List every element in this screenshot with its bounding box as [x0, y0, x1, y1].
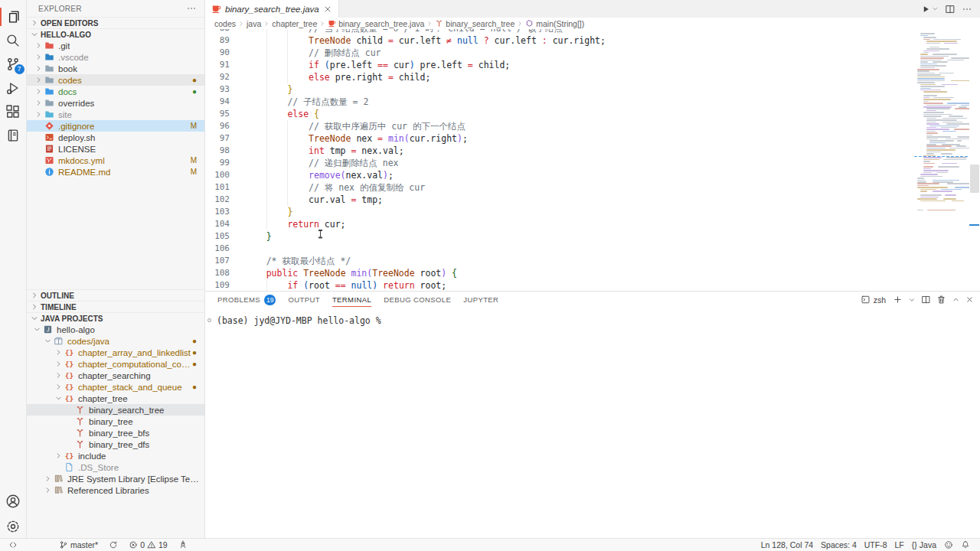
code-line-96[interactable]: 96// 获取中序遍历中 cur 的下一个结点: [205, 120, 914, 132]
activity-item-extensions[interactable]: [0, 99, 27, 123]
panel-tab-terminal[interactable]: TERMINAL: [332, 292, 371, 308]
file-tree-item-codes[interactable]: codes●: [27, 74, 204, 86]
section-root-hello-algo[interactable]: HELLO-ALGO: [27, 28, 204, 40]
scrollbar-slider[interactable]: [970, 165, 979, 193]
section-open-editors[interactable]: OPEN EDITORS: [27, 17, 204, 28]
code-area[interactable]: 88// 当子结点数量 = 0 / 1 时， child = null / 该子…: [205, 29, 914, 291]
terminal-dropdown-icon[interactable]: [908, 296, 916, 304]
split-terminal-icon[interactable]: [921, 295, 931, 305]
code-line-91[interactable]: 91if (pre.left == cur) pre.left = child;: [205, 59, 914, 71]
code-line-98[interactable]: 98int tmp = nex.val;: [205, 145, 914, 157]
java-tree-item-chapter_stack_and_queue[interactable]: {}chapter_stack_and_queue●: [27, 381, 204, 393]
java-tree-item-chapter_tree[interactable]: {}chapter_tree: [27, 393, 204, 404]
remote-indicator[interactable]: [5, 539, 21, 551]
code-line-108[interactable]: 108public TreeNode min(TreeNode root) {: [205, 267, 914, 279]
indentation-status[interactable]: Spaces: 4: [817, 539, 861, 551]
code-line-105[interactable]: 105}: [205, 230, 914, 243]
code-line-89[interactable]: 89TreeNode child = cur.left ≠ null ? cur…: [205, 34, 914, 47]
shell-selector[interactable]: zsh: [861, 295, 886, 305]
panel-tab-jupyter[interactable]: JUPYTER: [463, 292, 498, 308]
kill-terminal-icon[interactable]: [936, 295, 946, 305]
encoding-status[interactable]: UTF-8: [861, 539, 891, 551]
breadcrumb-item-mainString[interactable]: main(String[]): [525, 19, 584, 28]
code-line-103[interactable]: 103}: [205, 206, 914, 218]
code-line-94[interactable]: 94// 子结点数量 = 2: [205, 96, 914, 108]
code-line-92[interactable]: 92else pre.right = child;: [205, 71, 914, 83]
activity-item-notebook[interactable]: [0, 123, 27, 147]
breadcrumb-item-binary_search_tree.java[interactable]: binary_search_tree.java: [328, 19, 424, 28]
cursor-position[interactable]: Ln 128, Col 74: [757, 539, 817, 551]
editor-scrollbar[interactable]: [969, 29, 980, 291]
more-actions-icon[interactable]: [186, 3, 197, 14]
java-tree-item-.DS_Store[interactable]: .DS_Store: [27, 461, 204, 473]
java-tree-item-codesjava[interactable]: codes/java●: [27, 335, 204, 347]
file-tree-item-overrides[interactable]: overrides: [27, 97, 204, 109]
more-actions-icon[interactable]: [962, 4, 972, 15]
java-tree-item-ReferencedLibraries[interactable]: Referenced Libraries: [27, 484, 204, 496]
panel-tab-debug-console[interactable]: DEBUG CONSOLE: [384, 292, 451, 308]
breadcrumb-item-codes[interactable]: codes: [214, 19, 236, 28]
file-tree-item-deploy.sh[interactable]: deploy.sh: [27, 132, 204, 143]
java-tree-item-hello-algo[interactable]: hello-algo: [27, 324, 204, 335]
run-dropdown-icon[interactable]: [932, 5, 939, 12]
breadcrumb-item-chapter_tree[interactable]: chapter_tree: [272, 19, 317, 28]
activity-item-run-debug[interactable]: [0, 76, 27, 99]
code-line-90[interactable]: 90// 删除结点 cur: [205, 47, 914, 59]
feedback-status[interactable]: [940, 539, 957, 551]
branch-status[interactable]: master*: [55, 539, 102, 551]
activity-item-explorer[interactable]: [0, 5, 27, 28]
java-tree-item-chapter_array_and_linkedlist[interactable]: {}chapter_array_and_linkedlist●: [27, 347, 204, 358]
java-tree-item-binary_tree_bfs[interactable]: binary_tree_bfs: [27, 427, 204, 439]
notifications-status[interactable]: [957, 539, 974, 551]
breadcrumb-item-java[interactable]: java: [247, 19, 261, 28]
file-tree-item-.gitignore[interactable]: .gitignoreM: [27, 120, 204, 132]
file-tree-item-site[interactable]: site: [27, 109, 204, 120]
activity-item-search[interactable]: [0, 28, 27, 52]
file-tree-item-docs[interactable]: docs●: [27, 86, 204, 97]
section-timeline[interactable]: TIMELINE: [27, 301, 204, 312]
language-status[interactable]: {} Java: [908, 539, 940, 551]
java-tree-item-binary_tree_dfs[interactable]: binary_tree_dfs: [27, 439, 204, 450]
minimap[interactable]: [914, 29, 969, 291]
activity-item-settings[interactable]: [0, 514, 27, 538]
breadcrumb-item-binary_search_tree[interactable]: binary_search_tree: [435, 19, 514, 28]
section-java-projects[interactable]: JAVA PROJECTS: [27, 312, 204, 324]
code-line-99[interactable]: 99// 递归删除结点 nex: [205, 157, 914, 169]
code-line-104[interactable]: 104return cur;: [205, 218, 914, 230]
code-line-93[interactable]: 93}: [205, 83, 914, 96]
eol-status[interactable]: LF: [891, 539, 908, 551]
panel-tab-output[interactable]: OUTPUT: [288, 292, 319, 308]
file-tree-item-.vscode[interactable]: .vscode: [27, 51, 204, 63]
terminal[interactable]: (base) jyd@JYD-MBP hello-algo %: [205, 308, 980, 538]
java-tree-item-chapter_searching[interactable]: {}chapter_searching: [27, 370, 204, 381]
activity-item-account[interactable]: [0, 491, 27, 514]
code-line-109[interactable]: 109if (root == null) return root;: [205, 279, 914, 291]
java-tree-item-include[interactable]: {}include: [27, 450, 204, 461]
problems-status[interactable]: 0 19: [125, 539, 172, 551]
code-line-95[interactable]: 95else {: [205, 108, 914, 120]
file-tree-item-book[interactable]: book: [27, 63, 204, 74]
code-line-88[interactable]: 88// 当子结点数量 = 0 / 1 时， child = null / 该子…: [205, 29, 914, 34]
java-tree-item-JRESystemLibraryEclipseTemurin[interactable]: JRE System Library [Eclipse Temurin 17 […: [27, 473, 204, 484]
section-outline[interactable]: OUTLINE: [27, 289, 204, 301]
file-tree-item-LICENSE[interactable]: LICENSE: [27, 143, 204, 155]
sync-status[interactable]: [105, 539, 122, 551]
tab-binary-search-tree[interactable]: binary_search_tree.java: [205, 0, 339, 18]
code-line-102[interactable]: 102cur.val = tmp;: [205, 194, 914, 206]
file-tree-item-README.md[interactable]: README.mdM: [27, 166, 204, 178]
close-panel-icon[interactable]: [965, 295, 974, 304]
java-rocket-status[interactable]: [175, 539, 191, 551]
java-tree-item-binary_tree[interactable]: binary_tree: [27, 416, 204, 427]
java-tree-item-binary_search_tree[interactable]: binary_search_tree: [27, 404, 204, 416]
new-terminal-icon[interactable]: [893, 295, 903, 305]
run-button[interactable]: [921, 5, 930, 14]
code-line-106[interactable]: 106: [205, 243, 914, 255]
activity-item-source-control[interactable]: 7: [0, 52, 27, 76]
maximize-panel-icon[interactable]: [952, 295, 960, 304]
code-line-100[interactable]: 100remove(nex.val);: [205, 169, 914, 181]
split-editor-icon[interactable]: [945, 4, 956, 15]
code-line-97[interactable]: 97TreeNode nex = min(cur.right);: [205, 132, 914, 145]
code-line-107[interactable]: 107/* 获取最小结点 */: [205, 255, 914, 267]
file-tree-item-.git[interactable]: .git: [27, 40, 204, 51]
code-line-101[interactable]: 101// 将 nex 的值复制给 cur: [205, 181, 914, 194]
